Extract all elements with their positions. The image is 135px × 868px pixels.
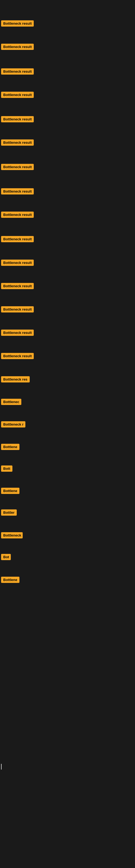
result-row: Bottlenec — [0, 397, 22, 408]
result-row: Bottleneck res — [0, 375, 31, 385]
result-row: Bot — [0, 552, 12, 563]
bottleneck-badge[interactable]: Bottleneck result — [1, 306, 34, 312]
bottleneck-badge[interactable]: Bottlene — [1, 488, 19, 494]
site-title — [0, 0, 135, 3]
bottleneck-badge[interactable]: Bottler — [1, 509, 17, 516]
result-row: Bottler — [0, 508, 18, 518]
result-row: Bottleneck result — [0, 281, 35, 292]
bottleneck-badge[interactable]: Bottleneck result — [1, 20, 34, 27]
result-row: Bottleneck result — [0, 258, 35, 269]
result-row: Bottleneck result — [0, 67, 35, 77]
result-row: Bottleneck result — [0, 328, 35, 339]
bottleneck-badge[interactable]: Bottlenec — [1, 399, 21, 405]
result-row: Bottleneck result — [0, 138, 35, 148]
result-row: Bottleneck result — [0, 305, 35, 315]
bottleneck-badge[interactable]: Bottleneck result — [1, 68, 34, 74]
result-row: Bottleneck result — [0, 210, 35, 220]
bottleneck-badge[interactable]: Bottleneck result — [1, 212, 34, 218]
result-row: Bottleneck result — [0, 351, 35, 362]
result-row: Bottleneck result — [0, 19, 35, 29]
bottleneck-badge[interactable]: Bottleneck result — [1, 140, 34, 146]
result-row: Bottleneck result — [0, 90, 35, 101]
bottleneck-badge[interactable]: Bottleneck r — [1, 421, 26, 428]
bottleneck-badge[interactable]: Bottleneck result — [1, 353, 34, 359]
result-row: Bottleneck — [0, 531, 24, 541]
bottleneck-badge[interactable]: Bott — [1, 465, 12, 472]
bottleneck-badge[interactable]: Bottlene — [1, 444, 19, 450]
bottleneck-badge[interactable]: Bottleneck result — [1, 92, 34, 98]
bottleneck-badge[interactable]: Bottleneck result — [1, 236, 34, 242]
result-row: Bottlene — [0, 442, 20, 453]
bottleneck-badge[interactable]: Bottleneck res — [1, 376, 30, 382]
bottleneck-badge[interactable]: Bottleneck result — [1, 116, 34, 122]
cursor-indicator: | — [1, 763, 2, 770]
bottleneck-badge[interactable]: Bot — [1, 554, 11, 560]
bottleneck-badge[interactable]: Bottleneck — [1, 532, 23, 538]
result-row: Bott — [0, 464, 13, 474]
bottleneck-badge[interactable]: Bottleneck result — [1, 283, 34, 289]
bottleneck-badge[interactable]: Bottlene — [1, 577, 19, 583]
result-row: Bottleneck result — [0, 162, 35, 173]
result-row: Bottleneck r — [0, 420, 27, 430]
bottleneck-badge[interactable]: Bottleneck result — [1, 330, 34, 336]
bottleneck-badge[interactable]: Bottleneck result — [1, 44, 34, 50]
bottleneck-badge[interactable]: Bottleneck result — [1, 188, 34, 194]
result-row: Bottleneck result — [0, 115, 35, 125]
result-row: Bottleneck result — [0, 42, 35, 53]
result-row: Bottlene — [0, 486, 20, 497]
bottleneck-badge[interactable]: Bottleneck result — [1, 164, 34, 170]
bottleneck-badge[interactable]: Bottleneck result — [1, 259, 34, 266]
result-row: Bottleneck result — [0, 187, 35, 197]
result-row: Bottleneck result — [0, 235, 35, 245]
result-row: Bottlene — [0, 575, 20, 586]
